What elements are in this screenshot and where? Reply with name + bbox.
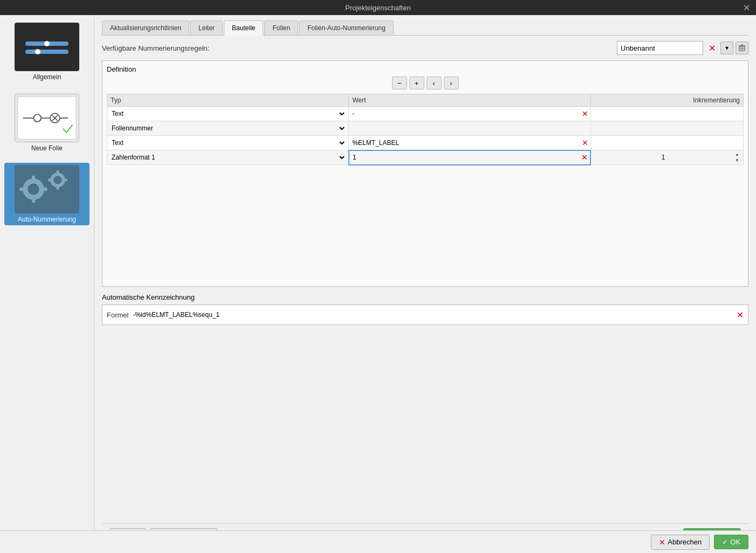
row4-increment-down[interactable]: ▼	[733, 157, 741, 163]
sidebar-item-auto-nummerierung[interactable]: Auto-Nummerierung	[4, 163, 90, 225]
ok-button[interactable]: ✓ OK	[714, 535, 748, 549]
row3-typ-cell: Text Foliennummer Zahlenformat 1	[107, 136, 349, 150]
tab-folien-auto-nummerierung[interactable]: Folien-Auto-Nummerierung	[299, 20, 394, 35]
tab-aktualisierungsrichtlinien[interactable]: Aktualisierungsrichtlinien	[102, 20, 189, 35]
svg-point-13	[28, 184, 39, 195]
sidebar-item-neue-folie[interactable]: Neue Folie	[4, 92, 90, 154]
tab-leiter[interactable]: Leiter	[190, 20, 223, 35]
unbenannt-input[interactable]	[617, 41, 703, 55]
row1-wert-input[interactable]	[351, 108, 580, 119]
svg-rect-24	[48, 179, 51, 182]
row4-wert-input[interactable]	[352, 152, 580, 163]
tab-folien[interactable]: Folien	[264, 20, 298, 35]
dialog-body: Allgemein	[0, 15, 756, 553]
row4-typ-select[interactable]: Text Foliennummer Zahlenformat 1	[109, 151, 346, 163]
dropdown-button[interactable]: ▾	[720, 42, 733, 54]
row2-wert-cell	[349, 121, 590, 136]
move-left-button[interactable]: ‹	[427, 77, 442, 89]
folie-svg	[15, 94, 79, 142]
row1-wert-cell: ✕	[349, 107, 590, 121]
row2-wert-input[interactable]	[351, 123, 588, 134]
nummerierungsregeln-row: Verfügbare Nummerierungsregeln: ✕ ▾	[102, 41, 748, 55]
clear-unbenannt-button[interactable]: ✕	[705, 42, 718, 54]
row1-clear-button[interactable]: ✕	[582, 110, 588, 117]
sidebar-label-neue-folie: Neue Folie	[31, 144, 63, 152]
svg-rect-15	[32, 198, 35, 203]
dialog: Allgemein	[0, 15, 756, 553]
bottom-bar: ✕ Abbrechen ✓ OK	[0, 530, 756, 553]
row4-increment-input[interactable]	[593, 152, 733, 163]
trash-icon	[738, 44, 746, 52]
abbrechen-button[interactable]: ✕ Abbrechen	[651, 535, 710, 550]
svg-rect-23	[57, 186, 59, 190]
folie-icon-box	[15, 94, 79, 142]
formel-row: Formel ✕	[102, 305, 748, 325]
table-row: Text Foliennummer Zahlenformat 1	[107, 136, 744, 150]
table-toolbar: − + ‹ ›	[107, 77, 744, 89]
sidebar-label-auto-nummerierung: Auto-Nummerierung	[18, 216, 76, 223]
row2-typ-select[interactable]: Text Foliennummer Zahlenformat 1	[109, 122, 346, 134]
formel-input[interactable]	[133, 308, 732, 321]
auto-svg	[15, 165, 79, 213]
definition-title: Definition	[107, 65, 744, 73]
row3-wert-cell: ✕	[349, 136, 590, 150]
auto-kennzeichnung-section: Automatische Kennzeichnung Formel ✕	[102, 293, 748, 325]
definition-section: Definition − + ‹ › Typ Wert	[102, 60, 748, 287]
formel-label: Formel	[107, 311, 128, 319]
auto-icon-box	[15, 165, 79, 213]
row4-typ-cell: Text Foliennummer Zahlenformat 1	[107, 150, 349, 165]
tabs: Aktualisierungsrichtlinien Leiter Bautei…	[102, 20, 748, 36]
table-row: Text Foliennummer Zahlenformat 1	[107, 121, 744, 136]
sidebar-item-allgemein[interactable]: Allgemein	[4, 20, 90, 83]
nummerierungsregeln-label: Verfügbare Nummerierungsregeln:	[102, 44, 209, 52]
svg-point-21	[54, 176, 61, 184]
sidebar-label-allgemein: Allgemein	[33, 73, 61, 81]
move-right-button[interactable]: ›	[444, 77, 459, 89]
dialog-title: Projekteigenschaften	[345, 4, 410, 12]
row3-increment-input[interactable]	[593, 137, 741, 148]
col-header-wert: Wert	[349, 94, 590, 107]
svg-rect-25	[64, 179, 67, 182]
svg-point-1	[44, 41, 50, 46]
svg-point-3	[35, 49, 40, 54]
row3-clear-button[interactable]: ✕	[582, 139, 588, 147]
row2-increment-cell	[590, 121, 743, 136]
close-button[interactable]: ✕	[741, 2, 752, 13]
definition-table: Typ Wert Inkrementierung	[107, 94, 744, 165]
allgemein-svg	[23, 33, 71, 60]
sidebar: Allgemein	[0, 15, 94, 553]
tab-bauteile[interactable]: Bauteile	[224, 20, 263, 36]
table-row: Text Foliennummer Zahlenformat 1	[107, 150, 744, 165]
col-header-typ: Typ	[107, 94, 349, 107]
auto-kennzeichnung-title: Automatische Kennzeichnung	[102, 293, 748, 301]
remove-row-button[interactable]: −	[392, 77, 407, 89]
row3-typ-select[interactable]: Text Foliennummer Zahlenformat 1	[109, 137, 346, 149]
svg-rect-14	[32, 176, 35, 180]
row1-typ-select[interactable]: Text Foliennummer Zahlenformat 1	[109, 108, 346, 120]
svg-rect-22	[57, 170, 59, 174]
col-header-inkrementierung: Inkrementierung	[590, 94, 743, 107]
table-row: Text Foliennummer Zahlenformat 1	[107, 107, 744, 121]
main-content: Aktualisierungsrichtlinien Leiter Bautei…	[94, 15, 756, 553]
row2-typ-cell: Text Foliennummer Zahlenformat 1	[107, 121, 349, 136]
add-row-button[interactable]: +	[409, 77, 424, 89]
row2-increment-input[interactable]	[593, 123, 741, 134]
row4-clear-button[interactable]: ✕	[581, 154, 588, 161]
delete-button[interactable]	[736, 42, 748, 54]
row1-increment-input[interactable]	[593, 108, 741, 119]
ok-label: OK	[730, 538, 740, 546]
formel-clear-button[interactable]: ✕	[737, 310, 744, 320]
row4-wert-cell: ✕	[349, 150, 590, 165]
row4-increment-cell: ▲ ▼	[590, 150, 743, 165]
nummerierungsregeln-controls: ✕ ▾	[617, 41, 748, 55]
row4-spinners: ▲ ▼	[733, 151, 741, 163]
svg-rect-2	[25, 50, 68, 54]
row4-increment-up[interactable]: ▲	[733, 151, 741, 157]
row1-increment-cell	[590, 107, 743, 121]
row3-wert-input[interactable]	[351, 137, 580, 148]
row1-typ-cell: Text Foliennummer Zahlenformat 1	[107, 107, 349, 121]
allgemein-icon-box	[15, 23, 79, 71]
abbrechen-icon: ✕	[659, 538, 665, 547]
row3-increment-cell	[590, 136, 743, 150]
abbrechen-label: Abbrechen	[668, 538, 702, 546]
